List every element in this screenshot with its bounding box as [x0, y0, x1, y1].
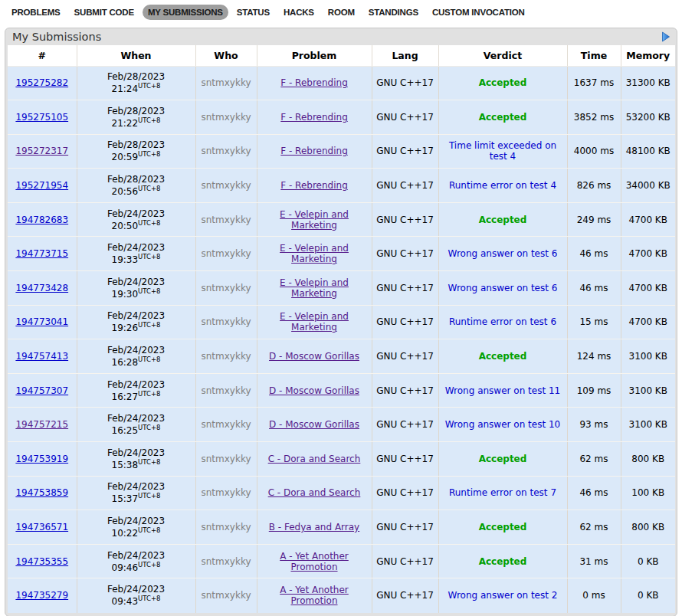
- submission-link[interactable]: 194773715: [15, 248, 68, 259]
- user-handle-link[interactable]: sntmxykky: [201, 215, 251, 225]
- timezone-label: UTC+8: [138, 561, 160, 568]
- problem-link[interactable]: D - Moscow Gorillas: [269, 385, 359, 396]
- nav-item-hacks[interactable]: Hacks: [278, 5, 320, 20]
- submission-lang-cell: GNU C++17: [372, 578, 438, 613]
- submission-link[interactable]: 194773428: [15, 283, 68, 293]
- submission-link[interactable]: 195272317: [15, 146, 68, 156]
- exec-time-label: 249 ms: [577, 215, 612, 225]
- language-label: GNU C++17: [376, 487, 434, 498]
- submission-memory-cell: 100 KB: [621, 476, 675, 510]
- submission-problem-cell: F - Rebrending: [257, 169, 372, 203]
- problem-link[interactable]: F - Rebrending: [280, 112, 348, 123]
- verdict-label: Runtime error on test 7: [449, 487, 556, 498]
- submission-link[interactable]: 195275105: [15, 112, 68, 123]
- problem-link[interactable]: C - Dora and Search: [268, 454, 361, 464]
- submission-lang-cell: GNU C++17: [372, 339, 438, 374]
- column-header-: #: [8, 45, 77, 66]
- problem-link[interactable]: E - Velepin and Marketing: [280, 277, 349, 299]
- exec-time-label: 93 ms: [579, 419, 608, 430]
- submission-link[interactable]: 194757413: [15, 351, 68, 362]
- problem-link[interactable]: B - Fedya and Array: [269, 522, 359, 532]
- submission-problem-cell: B - Fedya and Array: [257, 510, 372, 545]
- submission-link[interactable]: 194757215: [15, 419, 68, 430]
- submission-verdict-cell: Accepted: [438, 442, 567, 477]
- submission-time: 20:50UTC+8: [80, 219, 192, 231]
- user-handle-link[interactable]: sntmxykky: [201, 248, 251, 259]
- submission-verdict-cell: Wrong answer on test 10: [438, 408, 567, 442]
- user-handle-link[interactable]: sntmxykky: [201, 180, 251, 191]
- problem-link[interactable]: E - Velepin and Marketing: [280, 209, 349, 231]
- exec-time-label: 62 ms: [579, 454, 608, 464]
- user-handle-link[interactable]: sntmxykky: [201, 590, 251, 601]
- submission-lang-cell: GNU C++17: [372, 510, 438, 545]
- problem-link[interactable]: F - Rebrending: [280, 146, 348, 156]
- exec-time-label: 4000 ms: [574, 146, 614, 156]
- nav-item-status[interactable]: Status: [231, 5, 275, 20]
- user-handle-link[interactable]: sntmxykky: [201, 146, 251, 156]
- problem-link[interactable]: D - Moscow Gorillas: [269, 419, 359, 430]
- problem-link[interactable]: F - Rebrending: [280, 180, 348, 191]
- user-handle-link[interactable]: sntmxykky: [201, 77, 251, 88]
- submission-time: 15:37UTC+8: [80, 492, 192, 504]
- submission-link[interactable]: 194757307: [15, 385, 68, 396]
- submission-time: 16:28UTC+8: [80, 356, 192, 368]
- submission-when-cell: Feb/24/202316:27UTC+8: [77, 373, 195, 408]
- verdict-label: Runtime error on test 4: [449, 180, 556, 191]
- submission-row: 194753859Feb/24/202315:37UTC+8sntmxykkyC…: [8, 476, 675, 510]
- problem-link[interactable]: D - Moscow Gorillas: [269, 351, 359, 362]
- submission-link[interactable]: 194753859: [15, 487, 68, 498]
- memory-label: 3100 KB: [629, 419, 667, 430]
- submission-when-cell: Feb/28/202320:59UTC+8: [77, 134, 195, 169]
- problem-link[interactable]: C - Dora and Search: [268, 487, 361, 498]
- problem-link[interactable]: A - Yet Another Promotion: [280, 551, 349, 572]
- memory-label: 100 KB: [631, 487, 664, 498]
- verdict-label: Accepted: [479, 77, 527, 88]
- nav-item-my-submissions[interactable]: My Submissions: [143, 5, 228, 20]
- language-label: GNU C++17: [376, 454, 434, 464]
- nav-item-submit-code[interactable]: Submit Code: [69, 5, 139, 20]
- submission-time: 19:26UTC+8: [80, 321, 192, 333]
- submission-who-cell: sntmxykky: [195, 373, 257, 408]
- submission-link[interactable]: 195271954: [15, 180, 68, 191]
- submission-link[interactable]: 195275282: [15, 77, 68, 88]
- user-handle-link[interactable]: sntmxykky: [201, 112, 251, 123]
- submission-lang-cell: GNU C++17: [372, 305, 438, 339]
- submission-link[interactable]: 194735279: [15, 590, 68, 601]
- submission-who-cell: sntmxykky: [195, 339, 257, 374]
- page-title: My Submissions: [12, 31, 101, 43]
- nav-item-custom-invocation[interactable]: Custom Invocation: [427, 5, 530, 20]
- user-handle-link[interactable]: sntmxykky: [201, 522, 251, 532]
- play-triangle-icon[interactable]: [661, 31, 671, 42]
- user-handle-link[interactable]: sntmxykky: [201, 454, 251, 464]
- problem-link[interactable]: E - Velepin and Marketing: [280, 243, 349, 264]
- exec-time-label: 826 ms: [577, 180, 612, 191]
- timezone-label: UTC+8: [138, 116, 160, 124]
- nav-item-standings[interactable]: Standings: [363, 5, 424, 20]
- user-handle-link[interactable]: sntmxykky: [201, 316, 251, 327]
- user-handle-link[interactable]: sntmxykky: [201, 385, 251, 396]
- submission-link[interactable]: 194735355: [15, 556, 68, 567]
- submission-when-cell: Feb/24/202316:25UTC+8: [77, 408, 195, 442]
- nav-item-problems[interactable]: Problems: [6, 5, 66, 20]
- submission-link[interactable]: 194782683: [15, 215, 68, 225]
- language-label: GNU C++17: [376, 419, 434, 430]
- user-handle-link[interactable]: sntmxykky: [201, 419, 251, 430]
- user-handle-link[interactable]: sntmxykky: [201, 283, 251, 293]
- user-handle-link[interactable]: sntmxykky: [201, 351, 251, 362]
- language-label: GNU C++17: [376, 316, 434, 327]
- submission-problem-cell: E - Velepin and Marketing: [257, 305, 372, 339]
- exec-time-label: 46 ms: [579, 487, 608, 498]
- submission-link[interactable]: 194753919: [15, 454, 68, 464]
- problem-link[interactable]: E - Velepin and Marketing: [280, 311, 349, 333]
- submission-link[interactable]: 194773041: [15, 316, 68, 327]
- problem-link[interactable]: F - Rebrending: [280, 77, 348, 88]
- submission-lang-cell: GNU C++17: [372, 134, 438, 169]
- column-header-lang: Lang: [372, 45, 438, 66]
- language-label: GNU C++17: [376, 522, 434, 532]
- nav-item-room[interactable]: Room: [323, 5, 360, 20]
- user-handle-link[interactable]: sntmxykky: [201, 487, 251, 498]
- submission-time: 20:59UTC+8: [80, 150, 192, 162]
- user-handle-link[interactable]: sntmxykky: [201, 556, 251, 567]
- problem-link[interactable]: A - Yet Another Promotion: [280, 585, 349, 606]
- submission-link[interactable]: 194736571: [15, 522, 68, 532]
